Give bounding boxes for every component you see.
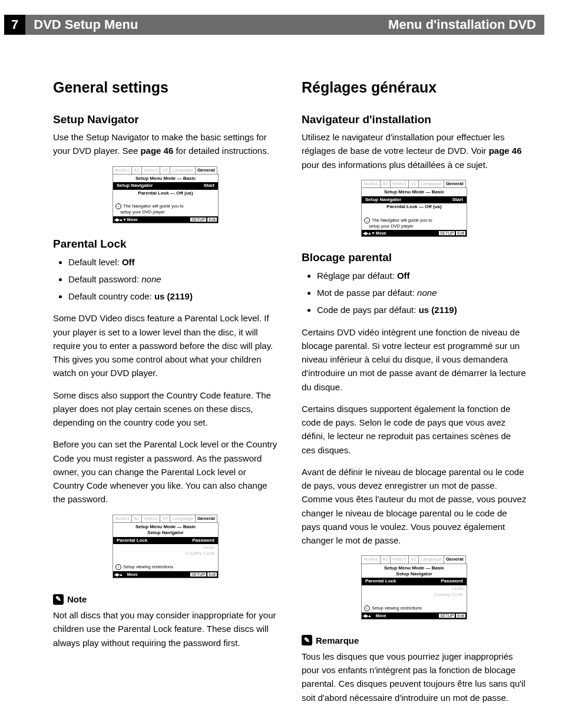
section-heading: General settings [53, 76, 278, 99]
chapter-number: 7 [4, 15, 25, 35]
parental-lock-defaults: Default level: Off Default password: non… [53, 255, 278, 304]
content-columns: General settings Setup Navigator Use the… [0, 35, 562, 728]
note-icon: ✎ [53, 594, 64, 605]
column-english: General settings Setup Navigator Use the… [53, 76, 278, 713]
parental-lock-p3: Before you can set the Parental Lock lev… [53, 437, 278, 506]
parental-lock-heading: Parental Lock [53, 235, 278, 252]
note-text-fr: Tous les disques que vous pourriez juger… [302, 650, 527, 704]
column-french: Réglages généraux Navigateur d'installat… [302, 76, 527, 713]
header-title-en: DVD Setup Menu [25, 15, 285, 35]
parental-lock-defaults-fr: Réglage par défaut: Off Mot de passe par… [302, 269, 527, 317]
note-text: Not all discs that you may consider inap… [53, 608, 278, 650]
setup-navigator-text: Use the Setup Navigator to make the basi… [53, 130, 278, 158]
header-title-fr: Menu d'installation DVD [285, 15, 544, 35]
setup-menu-screenshot-2: Audio1A2Video1V2LanguageGeneral Setup Me… [113, 515, 219, 578]
parental-lock-p3-fr: Avant de définir le niveau de blocage pa… [302, 465, 527, 548]
parental-lock-p1-fr: Certains DVD vidéo intègrent une fonctio… [302, 325, 527, 394]
parental-lock-heading-fr: Blocage parental [302, 249, 527, 266]
parental-lock-p2: Some discs also support the Country Code… [53, 388, 278, 430]
setup-navigator-heading: Setup Navigator [53, 111, 278, 128]
setup-navigator-text-fr: Utilisez le navigateur d'installation po… [302, 130, 527, 172]
setup-menu-screenshot-1-fr: Audio1A2Video1V2LanguageGeneral Setup Me… [361, 180, 467, 237]
note-icon: ✎ [302, 635, 312, 645]
note-heading-fr: ✎ Remarque [302, 634, 527, 647]
setup-menu-screenshot-1: Audio1A2Video1V2LanguageGeneral Setup Me… [113, 166, 219, 223]
setup-menu-screenshot-2-fr: Audio1A2Video1V2LanguageGeneral Setup Me… [361, 555, 467, 619]
parental-lock-p1: Some DVD Video discs feature a Parental … [53, 311, 278, 380]
note-heading: ✎ Note [53, 592, 278, 606]
setup-navigator-heading-fr: Navigateur d'installation [302, 111, 527, 128]
header-bar: 7 DVD Setup Menu Menu d'installation DVD [4, 15, 544, 35]
parental-lock-p2-fr: Certains disques supportent également la… [302, 402, 527, 457]
section-heading-fr: Réglages généraux [302, 76, 527, 99]
